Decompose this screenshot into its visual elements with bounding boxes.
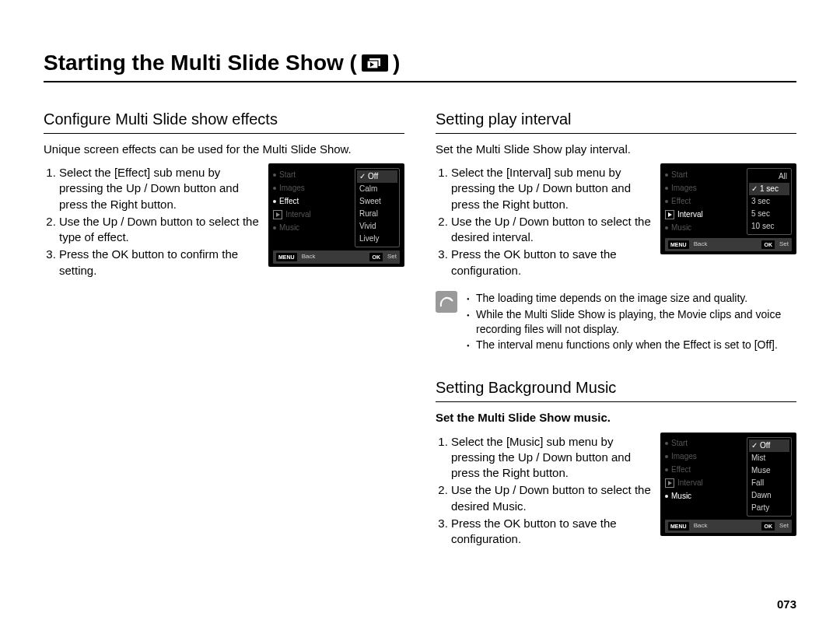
step-interval-2: Use the Up / Down button to select the d… bbox=[451, 214, 651, 246]
step-effects-1: Select the [Effect] sub menu by pressing… bbox=[59, 165, 259, 212]
step-interval-3: Press the OK button to save the configur… bbox=[451, 247, 651, 278]
menu-bottom-bar: MENU Back OK Set bbox=[665, 238, 792, 251]
intro-interval: Set the Multi Slide Show play interval. bbox=[436, 142, 796, 157]
page-number: 073 bbox=[777, 597, 796, 612]
note-block: The loading time depends on the image si… bbox=[436, 291, 796, 355]
check-icon: ✓ bbox=[751, 186, 758, 192]
menu-screenshot-effects: Start Images Effect Interval Music ✓Off … bbox=[268, 163, 404, 267]
check-icon: ✓ bbox=[359, 173, 366, 180]
intro-effects: Unique screen effects can be used for th… bbox=[44, 142, 404, 157]
svg-marker-5 bbox=[668, 212, 672, 217]
svg-marker-4 bbox=[276, 212, 280, 217]
svg-marker-7 bbox=[668, 481, 672, 485]
steps-interval: Select the [Interval] sub menu by pressi… bbox=[436, 165, 651, 278]
steps-effects: Select the [Effect] sub menu by pressing… bbox=[44, 165, 259, 278]
note-icon bbox=[436, 291, 457, 313]
step-music-3: Press the OK button to save the configur… bbox=[451, 516, 651, 548]
menu-bottom-bar: MENU Back OK Set bbox=[665, 520, 792, 533]
menu-bottom-bar: MENU Back OK Set bbox=[273, 250, 400, 264]
play-icon bbox=[273, 210, 282, 219]
steps-music: Select the [Music] sub menu by pressing … bbox=[436, 434, 651, 548]
check-icon: ✓ bbox=[751, 443, 758, 449]
step-interval-1: Select the [Interval] sub menu by pressi… bbox=[451, 165, 651, 212]
note-1: The loading time depends on the image si… bbox=[467, 291, 796, 306]
step-music-1: Select the [Music] sub menu by pressing … bbox=[451, 434, 651, 482]
title-suffix: ) bbox=[393, 48, 400, 78]
title-prefix: Starting the Multi Slide Show ( bbox=[44, 48, 357, 78]
page-title: Starting the Multi Slide Show ( ) bbox=[44, 48, 796, 82]
step-music-2: Use the Up / Down button to select the d… bbox=[451, 482, 651, 514]
heading-effects: Configure Multi Slide show effects bbox=[44, 109, 404, 134]
intro-music: Set the Multi Slide Show music. bbox=[436, 410, 796, 426]
play-icon bbox=[665, 478, 674, 488]
note-3: The interval menu functions only when th… bbox=[467, 338, 796, 352]
heading-music: Setting Background Music bbox=[436, 377, 796, 402]
menu-screenshot-music: Start Images Effect Interval Music ✓Off … bbox=[660, 433, 796, 536]
note-2: While the Multi Slide Show is playing, t… bbox=[467, 307, 796, 337]
menu-screenshot-interval: Start Images Effect Interval Music All ✓… bbox=[660, 163, 796, 254]
play-icon bbox=[665, 210, 674, 219]
step-effects-3: Press the OK button to confirm the setti… bbox=[59, 247, 259, 278]
slideshow-icon bbox=[362, 54, 388, 72]
heading-interval: Setting play interval bbox=[436, 109, 796, 134]
step-effects-2: Use the Up / Down button to select the t… bbox=[59, 214, 259, 246]
